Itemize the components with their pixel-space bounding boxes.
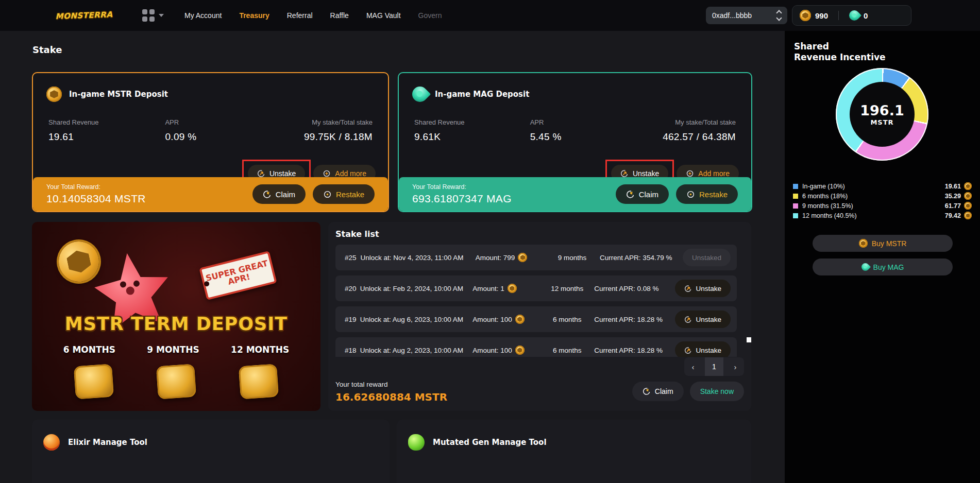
nav-items: My Account Treasury Referral Raffle MAG … <box>184 0 442 31</box>
row-amount: Amount: 1 <box>472 285 504 292</box>
row-apr: Current APR: 18.28 % <box>594 347 675 354</box>
card-title: In-game MAG Deposit <box>435 90 529 99</box>
donut-chart: 196.1 MSTR <box>836 68 928 161</box>
term-9-months: 9 MONTHS <box>147 344 199 355</box>
chevron-down-icon <box>159 14 164 17</box>
unstake-button[interactable]: Unstake <box>675 280 731 297</box>
mstr-term-deposit-banner: SUPER GREAT APR! MSTR TERM DEPOSIT 6 MON… <box>32 222 320 411</box>
app-root: MONSTERRA My Account Treasury Referral R… <box>0 0 980 483</box>
mstr-token-icon <box>518 253 527 262</box>
mstr-token-icon <box>859 239 868 248</box>
row-id: #20 <box>335 285 360 292</box>
page-prev-button[interactable]: ‹ <box>684 357 702 376</box>
monsterra-logo[interactable]: MONSTERRA <box>55 4 112 27</box>
term-12-months: 12 MONTHS <box>231 344 289 355</box>
apr-label: APR <box>530 118 627 126</box>
mstr-token-icon <box>800 10 811 21</box>
mstr-token-icon <box>964 192 972 200</box>
nav-item-govern: Govern <box>418 11 442 20</box>
tool-title: Elixir Manage Tool <box>68 438 147 447</box>
legend-swatch <box>793 194 798 199</box>
legend-item: 12 months (40.5%) 79.42 <box>793 211 972 220</box>
stake-now-button[interactable]: Stake now <box>690 382 744 401</box>
main-content: Stake In-game MSTR Deposit Shared Revenu… <box>0 31 785 483</box>
wallet-address-dropdown[interactable]: 0xadf...bbbb <box>706 7 787 24</box>
reward-label: Your Total Reward: <box>412 183 512 191</box>
term-6-months: 6 MONTHS <box>63 344 115 355</box>
page-next-button[interactable]: › <box>726 357 744 376</box>
nav-item-referral[interactable]: Referral <box>287 11 313 20</box>
row-unlock: Unlock at: Feb 2, 2024, 10:00 AM <box>360 285 472 292</box>
scrollbar-thumb[interactable] <box>747 337 751 342</box>
row-unlock: Unlock at: Aug 2, 2023, 10:00 AM <box>360 347 472 354</box>
list-scrollbar[interactable] <box>747 245 751 357</box>
reward-bar: Your Total Reward: 10.14058304 MSTR Clai… <box>33 177 388 211</box>
stake-row: #20 Unlock at: Feb 2, 2024, 10:00 AM Amo… <box>335 275 737 301</box>
mag-deposit-card: In-game MAG Deposit Shared Revenue 9.61K… <box>398 72 752 212</box>
row-unlock: Unlock at: Aug 6, 2023, 10:00 AM <box>360 316 472 323</box>
shared-revenue-value: 19.61 <box>48 131 165 143</box>
mstr-token-icon <box>964 202 972 210</box>
claim-button[interactable]: Claim <box>632 382 684 401</box>
tool-title: Mutated Gen Manage Tool <box>433 438 547 447</box>
unstake-icon <box>684 347 692 354</box>
nav-item-treasury[interactable]: Treasury <box>239 11 269 20</box>
mstr-token-icon <box>515 346 525 355</box>
claim-icon <box>263 190 272 199</box>
unstake-button[interactable]: Unstake <box>675 310 731 328</box>
mstr-token-icon <box>515 315 525 324</box>
apps-menu-button[interactable] <box>142 9 164 22</box>
mstr-deposit-card: In-game MSTR Deposit Shared Revenue 19.6… <box>32 72 389 212</box>
claim-icon <box>626 190 635 199</box>
shared-revenue-value: 9.61K <box>414 131 530 143</box>
total-reward-value: 16.62680884 MSTR <box>335 391 447 403</box>
restake-button[interactable]: Restake <box>676 184 738 204</box>
claim-button[interactable]: Claim <box>616 184 669 204</box>
stake-list-rows: #25 Unlock at: Nov 4, 2023, 11:00 AM Amo… <box>335 245 744 357</box>
nav-item-my-account[interactable]: My Account <box>184 11 222 20</box>
mstr-balance: 990 <box>815 11 828 20</box>
nav-item-mag-vault[interactable]: MAG Vault <box>366 11 401 20</box>
row-id: #18 <box>335 347 360 354</box>
row-id: #19 <box>335 316 360 323</box>
mag-token-icon <box>859 262 870 272</box>
claim-icon <box>643 387 651 395</box>
sidebar-title: Shared Revenue Incentive <box>794 41 886 63</box>
elixir-icon <box>43 434 60 451</box>
legend-swatch <box>793 184 798 189</box>
unstake-icon <box>620 169 629 178</box>
stake-label: My stake/Total stake <box>262 118 373 126</box>
row-term: 6 months <box>540 316 594 323</box>
legend-swatch <box>793 213 798 218</box>
donut-center: 196.1 MSTR <box>850 82 915 147</box>
restake-icon <box>323 190 332 199</box>
unstake-icon <box>257 169 265 178</box>
coin-box-icon <box>239 364 279 399</box>
coin-cluster-icon <box>74 364 114 399</box>
page-number[interactable]: 1 <box>705 357 723 376</box>
page-title: Stake <box>32 44 62 55</box>
apr-value: 5.45 % <box>530 131 627 143</box>
reward-value: 10.14058304 MSTR <box>46 193 146 205</box>
nav-item-raffle[interactable]: Raffle <box>330 11 349 20</box>
legend-item: 6 months (18%) 35.29 <box>793 191 972 201</box>
unstake-button[interactable]: Unstake <box>675 341 731 357</box>
chevron-updown-icon <box>777 11 781 20</box>
restake-button[interactable]: Restake <box>313 184 375 204</box>
buy-mstr-button[interactable]: Buy MSTR <box>813 235 953 252</box>
navbar: MONSTERRA My Account Treasury Referral R… <box>0 0 980 31</box>
row-term: 6 months <box>540 347 594 354</box>
claim-button[interactable]: Claim <box>252 184 306 204</box>
buy-mag-button[interactable]: Buy MAG <box>813 258 953 275</box>
stake-list-section: Stake list #25 Unlock at: Nov 4, 2023, 1… <box>328 222 751 411</box>
restake-icon <box>686 190 695 199</box>
shared-revenue-sidebar: Shared Revenue Incentive 196.1 MSTR In-g… <box>785 0 980 483</box>
mutated-gen-icon <box>408 434 425 451</box>
mstr-token-icon <box>964 212 972 219</box>
stake-row: #19 Unlock at: Aug 6, 2023, 10:00 AM Amo… <box>335 306 737 332</box>
mag-token-icon <box>847 8 861 23</box>
donut-center-value: 196.1 <box>860 102 904 118</box>
reward-value: 693.61807347 MAG <box>412 193 512 205</box>
mag-token-icon <box>409 83 431 105</box>
row-amount: Amount: 799 <box>476 254 515 262</box>
